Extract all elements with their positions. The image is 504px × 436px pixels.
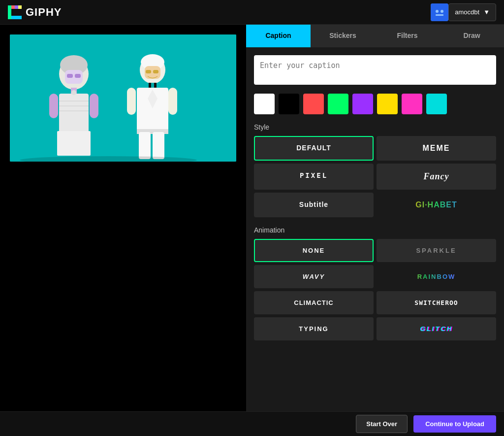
header: GIPHY amocdbt ▼: [0, 0, 504, 25]
svg-rect-16: [59, 94, 89, 133]
tab-draw[interactable]: Draw: [440, 25, 504, 47]
style-grid: DEFAULT MEME PIXEL Fancy Subtitle GI·HAB…: [254, 136, 496, 217]
svg-rect-22: [57, 131, 91, 156]
tab-caption[interactable]: Caption: [246, 25, 311, 47]
tabs-bar: Caption Stickers Filters Draw: [246, 25, 504, 47]
style-btn-pixel[interactable]: PIXEL: [254, 164, 374, 190]
start-over-button[interactable]: Start Over: [356, 415, 408, 433]
svg-rect-36: [168, 88, 177, 115]
footer: Start Over Continue to Upload: [0, 411, 504, 436]
svg-rect-1: [11, 5, 15, 9]
user-avatar: [431, 3, 448, 21]
style-btn-default[interactable]: DEFAULT: [254, 136, 374, 161]
continue-button[interactable]: Continue to Upload: [413, 415, 496, 433]
svg-point-7: [441, 10, 443, 13]
anim-btn-sparkle[interactable]: SPARKLE: [377, 239, 496, 262]
style-btn-subtitle[interactable]: Subtitle: [254, 193, 374, 217]
style-btn-fancy[interactable]: Fancy: [377, 164, 496, 190]
style-btn-meme[interactable]: MEME: [377, 136, 496, 161]
svg-rect-8: [436, 14, 443, 16]
caption-input[interactable]: [254, 55, 496, 85]
svg-rect-30: [151, 83, 154, 88]
anim-btn-none[interactable]: NONE: [254, 239, 374, 262]
svg-rect-38: [153, 132, 164, 159]
animation-label: Animation: [254, 226, 496, 234]
color-swatch-yellow[interactable]: [377, 94, 398, 114]
color-swatch-green[interactable]: [328, 94, 348, 114]
chevron-down-icon: ▼: [483, 8, 490, 16]
animation-grid: NONE SPARKLE wAVY RAINBOW CLIMACTIC swit…: [254, 239, 496, 340]
anim-btn-climactic[interactable]: CLIMACTIC: [254, 291, 374, 314]
right-panel: Caption Stickers Filters Draw Style: [246, 25, 504, 411]
caption-content: Style DEFAULT MEME PIXEL Fancy Subtitle …: [246, 47, 504, 411]
svg-rect-13: [67, 74, 73, 78]
user-dropdown[interactable]: amocdbt ▼: [448, 3, 496, 21]
svg-rect-5: [431, 3, 448, 21]
anim-btn-typing[interactable]: TYPING: [254, 317, 374, 340]
giphy-logo-icon: [8, 5, 22, 19]
gif-illustration: [10, 34, 236, 162]
color-swatches: [254, 94, 496, 114]
tab-filters[interactable]: Filters: [375, 25, 440, 47]
main-content: Caption Stickers Filters Draw Style: [0, 25, 504, 411]
svg-rect-0: [8, 5, 11, 19]
logo-text: GIPHY: [26, 6, 62, 19]
style-btn-giphabet[interactable]: GI·HABET: [377, 193, 496, 217]
svg-rect-3: [18, 5, 22, 9]
color-swatch-purple[interactable]: [352, 94, 373, 114]
svg-rect-2: [15, 5, 18, 9]
color-swatch-cyan[interactable]: [426, 94, 447, 114]
gif-preview: [10, 34, 236, 162]
tab-stickers[interactable]: Stickers: [311, 25, 375, 47]
anim-btn-rainbow[interactable]: RAINBOW: [377, 265, 496, 288]
color-swatch-pink[interactable]: [402, 94, 422, 114]
logo-area: GIPHY: [8, 5, 62, 19]
svg-rect-27: [146, 70, 151, 73]
svg-point-23: [71, 90, 76, 95]
color-swatch-white[interactable]: [254, 94, 275, 114]
svg-rect-14: [75, 74, 81, 78]
svg-rect-9: [10, 34, 236, 162]
style-label: Style: [254, 123, 496, 131]
svg-rect-20: [49, 94, 58, 118]
anim-btn-glitch[interactable]: GLITCH: [377, 317, 496, 340]
color-swatch-black[interactable]: [279, 94, 299, 114]
svg-rect-37: [139, 132, 151, 159]
svg-rect-28: [153, 70, 158, 73]
left-panel: [0, 25, 246, 411]
anim-btn-wavy[interactable]: wAVY: [254, 265, 374, 288]
username-label: amocdbt: [455, 8, 479, 16]
svg-rect-4: [11, 16, 22, 19]
anim-btn-switcheroo[interactable]: switcheROO: [377, 291, 496, 314]
user-area: amocdbt ▼: [431, 3, 496, 21]
svg-point-6: [436, 10, 439, 13]
color-swatch-red[interactable]: [303, 94, 324, 114]
svg-rect-35: [127, 88, 136, 115]
svg-rect-21: [90, 94, 98, 118]
